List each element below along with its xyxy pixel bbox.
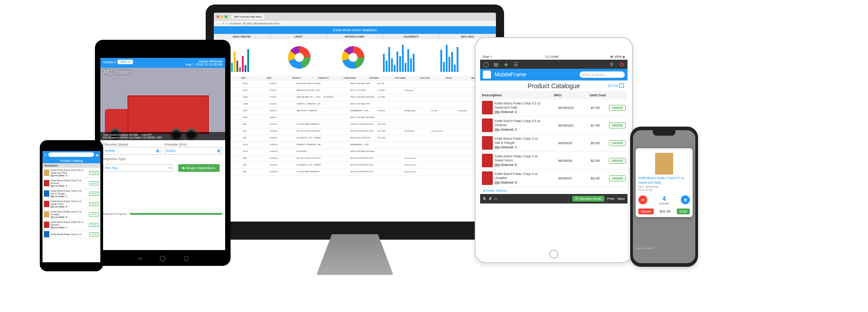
sku-value: 987654322 — [558, 106, 589, 109]
edit-icon[interactable]: ▦ — [156, 149, 160, 153]
order-button[interactable]: ORDER — [89, 192, 99, 196]
list-item[interactable]: Kettle Brand Potato Chips 4 ozUnsaltedQt… — [42, 209, 100, 220]
vehicle-select[interactable]: 0001 ▾ — [118, 60, 133, 64]
sku-value: 98765437 — [558, 177, 589, 180]
list-item[interactable]: Kettle Brand Potato Chips 8.5 ozSweet an… — [42, 168, 100, 178]
table-row[interactable]: 13-104-000120551/10/2019JPIC WP 5 BLDG 3… — [214, 128, 496, 135]
cost-value: $7.95 — [591, 123, 607, 128]
product-thumb — [482, 136, 493, 150]
product-modal: Kettle Brand Potato Chips 8.5 oz Sweet a… — [636, 148, 693, 217]
order-button[interactable]: ORDER — [609, 175, 626, 181]
table-row[interactable]: 13-104-000120501/10/2019813 LANDON - SCP… — [214, 162, 496, 169]
cost-value: $7.95 — [646, 189, 652, 191]
order-button[interactable]: ORDER — [89, 223, 99, 227]
list-item[interactable]: Kettle Brand Potato Chips 8.5 ozSriracha… — [42, 220, 100, 230]
stat-tab[interactable]: LABOR — [270, 34, 327, 39]
product-thumb — [44, 211, 49, 217]
recent-icon[interactable]: ▢ — [184, 255, 189, 261]
list-icon[interactable]: ☰ — [513, 61, 519, 67]
order-button[interactable]: ORDER — [609, 105, 626, 111]
home-button[interactable] — [549, 250, 558, 259]
power-icon[interactable]: ⏻ — [618, 61, 625, 67]
edit-icon[interactable]: ▦ — [217, 149, 221, 153]
odo-end-label: Odometer (End) — [164, 143, 222, 146]
table-row[interactable]: Kettle Brand Potato Chips 4 ozUnsaltedQt… — [480, 170, 627, 187]
order-button[interactable]: ORDER — [609, 140, 626, 146]
stat-tab[interactable]: EWOs CREATED — [214, 34, 270, 39]
datetime: Aug 7, 2018, 11:21:03 AM — [186, 63, 222, 66]
back-icon[interactable]: ◅ — [137, 255, 142, 261]
tag-icon[interactable]: ◆ — [503, 61, 509, 67]
inspection-header: Vehicle # 0001 ▾ Joseph Wickman Aug 7, 2… — [100, 58, 225, 68]
stat-tab[interactable]: MATERIALS USED — [327, 34, 383, 39]
table-row[interactable]: 13-104-000120501/10/2019JPIC WP 5 BLDG 3… — [214, 156, 496, 162]
url-bar[interactable]: ← → ⟳ ⊘ Not Secure 192.168.0.79/mfwebcli… — [214, 21, 496, 26]
list-item[interactable]: Kettle Brand Potato Chips 4 ozSrirachaQt… — [42, 178, 100, 189]
table-row[interactable]: 13-07-000110011/7/2019SCS PED IMPROVEMEN… — [214, 122, 496, 128]
list-item[interactable]: Kettle Brand Potato Chips 4 ozSalt & Vin… — [42, 189, 100, 199]
chart-equipments — [381, 41, 437, 74]
order-button[interactable]: ORDER — [89, 213, 99, 217]
product-thumb — [44, 190, 49, 197]
user-icon[interactable]: ◯ — [483, 61, 489, 67]
quantity-label: Quantity — [659, 202, 669, 205]
product-thumb — [44, 180, 49, 186]
list-item[interactable]: Kettle Brand Potato Chips 4 ozORDER — [42, 230, 100, 239]
order-button[interactable]: ORDER — [609, 123, 626, 128]
table-row[interactable]: Kettle Brand Potato Chips 8.5 ozSweet an… — [480, 99, 627, 117]
order-button[interactable]: ORDER — [89, 181, 99, 185]
odo-end-input[interactable]: 53251▦ — [164, 147, 222, 155]
browser-chrome: EWO Summary Web Demo — [214, 13, 496, 21]
table-row[interactable]: 13-106-0002216621/8/2019REDD CONTRACTORS… — [214, 115, 496, 122]
sort-icon[interactable]: ⇅ — [483, 197, 486, 201]
minimize-icon[interactable] — [221, 15, 223, 18]
table-row[interactable]: 13-106-0108256031/7/2019REDLINE PARK PH … — [214, 95, 496, 101]
odo-begin-input[interactable]: 52999▦ — [103, 147, 161, 155]
table-row[interactable]: 13-104-000120501/10/2019813 LANDON - SCP… — [214, 135, 496, 142]
home-icon[interactable]: ◯ — [160, 255, 165, 261]
date-picker[interactable]: 8/7/18 — [608, 83, 624, 88]
company-name: ABC Logistics — [103, 70, 131, 75]
sort2-icon[interactable]: ⇵ — [489, 197, 492, 201]
browser-tab[interactable]: EWO Summary Web Demo — [231, 14, 264, 19]
order-button[interactable]: ORDER — [89, 171, 99, 175]
increment-button[interactable]: + — [681, 195, 690, 204]
decrement-button[interactable]: − — [638, 195, 647, 204]
table-row[interactable]: Kettle Brand Potato Chips 4 ozSweet Onio… — [480, 152, 627, 170]
product-name: Kettle Brand Potato Chips 8.5 oz — [638, 176, 690, 180]
done-button[interactable]: Done — [677, 208, 690, 214]
order-history-link[interactable]: ◂ Order History — [480, 187, 627, 194]
table-row[interactable]: 13-106-0001250211/7/2019MERCEDES BENZ ST… — [214, 81, 496, 88]
insp-type-select[interactable]: Pre-Trip▾ — [103, 164, 173, 172]
maximize-icon[interactable] — [225, 15, 227, 18]
doc-icon[interactable]: ▤ — [493, 61, 499, 67]
table-row[interactable]: 13-1166-001262781/18/2019STANDELL COMMON… — [214, 142, 496, 149]
cancel-button[interactable]: Cancel — [638, 208, 654, 214]
table-row[interactable]: Kettle Brand Potato Chips 8.5 ozSriracha… — [480, 117, 627, 134]
prev-button[interactable]: Prev — [607, 197, 614, 201]
vehicle-photo: ABC Logistics Your current location: 37.… — [100, 68, 225, 140]
table-row[interactable]: 13-106-0081206971/8/2019SAN PEDRO - GRAD… — [214, 108, 496, 115]
next-button[interactable]: Next — [618, 197, 625, 201]
review-order-button[interactable]: ☰Review Order — [572, 196, 604, 202]
order-button[interactable]: ORDER — [609, 158, 626, 164]
stat-tab[interactable]: EQUIPMENTS — [383, 34, 439, 39]
table-row[interactable]: 11-104-0001216081/7/2019STANDELL COMMONS… — [214, 101, 496, 108]
order-button[interactable]: ORDER — [89, 232, 99, 236]
order-button[interactable]: ORDER — [89, 202, 99, 206]
table-row[interactable]: 13-104-000120501/10/2019SCS PED IMPROVEM… — [214, 169, 496, 176]
search-icon[interactable]: ⚲ — [609, 61, 615, 67]
begin-inspections-button[interactable]: ▶Begin Inspections — [178, 164, 220, 172]
table-row[interactable]: 12-105-0109204921/7/2019WAYFIELD HOUSING… — [214, 88, 496, 95]
table-row[interactable]: 13-1166-001262781/18/2019813 MODELLREDD … — [214, 149, 496, 156]
chart-materials — [327, 41, 379, 74]
list-item[interactable]: Kettle Brand Potato Chips 4 ozSweet Onio… — [42, 199, 100, 209]
calendar-icon[interactable]: ▦ — [96, 153, 99, 156]
brand-name: MobileFrame — [495, 71, 526, 78]
home-icon[interactable]: ⌂ — [495, 197, 497, 201]
close-icon[interactable] — [217, 15, 219, 18]
table-row[interactable]: Kettle Brand Potato Chips 4 ozSalt & Vin… — [480, 134, 627, 152]
search-input[interactable] — [48, 152, 94, 157]
menu-icon[interactable]: ☰ — [44, 153, 47, 156]
sku-search-input[interactable]: ⚲ SKU or Descri... — [580, 71, 625, 78]
